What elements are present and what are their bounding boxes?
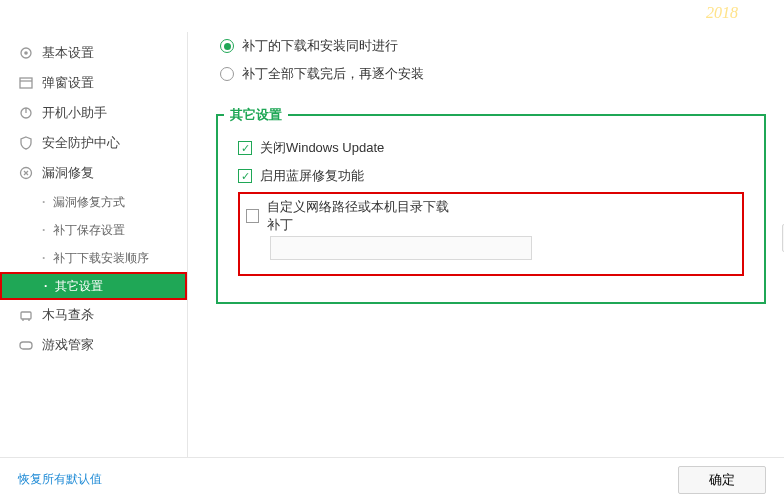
checkbox-label: 关闭Windows Update <box>260 139 384 157</box>
sidebar-item-trojan[interactable]: 木马查杀 <box>0 300 187 330</box>
radio-icon <box>220 39 234 53</box>
checkbox-custom-path[interactable]: ✓ 自定义网络路径或本机目录下载补丁 <box>246 202 462 230</box>
other-settings-fieldset: 其它设置 ✓ 关闭Windows Update ✓ 启用蓝屏修复功能 ✓ 自定义… <box>216 114 766 304</box>
sidebar-sub-repair-mode[interactable]: 漏洞修复方式 <box>0 188 187 216</box>
svg-rect-10 <box>20 342 32 349</box>
custom-path-input[interactable] <box>270 236 532 260</box>
sidebar-label: 基本设置 <box>42 44 94 62</box>
sidebar-label: 木马查杀 <box>42 306 94 324</box>
close-button[interactable] <box>756 6 774 24</box>
radio-label: 补丁的下载和安装同时进行 <box>242 37 398 55</box>
sidebar-item-patch[interactable]: 漏洞修复 <box>0 158 187 188</box>
sidebar-sub-patch-order[interactable]: 补丁下载安装顺序 <box>0 244 187 272</box>
checkbox-icon: ✓ <box>238 169 252 183</box>
sidebar-sub-other[interactable]: 其它设置 <box>0 272 187 300</box>
power-icon <box>18 105 34 121</box>
year-badge: 2018 <box>706 4 738 22</box>
checkbox-icon: ✓ <box>246 209 259 223</box>
svg-rect-7 <box>21 312 31 319</box>
custom-path-highlight: ✓ 自定义网络路径或本机目录下载补丁 <box>238 192 744 276</box>
sidebar-label: 弹窗设置 <box>42 74 94 92</box>
checkbox-disable-windows-update[interactable]: ✓ 关闭Windows Update <box>238 134 744 162</box>
sidebar-item-boot[interactable]: 开机小助手 <box>0 98 187 128</box>
titlebar: 360设置中心 2018 <box>0 0 784 32</box>
sidebar: 基本设置 弹窗设置 开机小助手 安全防护中心 漏洞修复 漏洞修复方式 补丁保存设… <box>0 32 188 457</box>
fieldset-legend: 其它设置 <box>224 106 288 124</box>
custom-path-wrap: ✓ 自定义网络路径或本机目录下载补丁 选择目录 <box>238 192 744 276</box>
sidebar-label: 游戏管家 <box>42 336 94 354</box>
content-panel: 补丁的下载和安装同时进行 补丁全部下载完后，再逐个安装 其它设置 ✓ 关闭Win… <box>188 32 784 457</box>
game-icon <box>18 337 34 353</box>
window-icon <box>18 75 34 91</box>
radio-download-install-parallel[interactable]: 补丁的下载和安装同时进行 <box>220 32 766 60</box>
sidebar-item-game[interactable]: 游戏管家 <box>0 330 187 360</box>
svg-point-1 <box>24 51 28 55</box>
checkbox-label: 启用蓝屏修复功能 <box>260 167 364 185</box>
sidebar-label: 漏洞修复 <box>42 164 94 182</box>
svg-rect-2 <box>20 78 32 88</box>
sidebar-item-security[interactable]: 安全防护中心 <box>0 128 187 158</box>
sidebar-label: 安全防护中心 <box>42 134 120 152</box>
sidebar-item-basic[interactable]: 基本设置 <box>0 38 187 68</box>
horse-icon <box>18 307 34 323</box>
sidebar-label: 开机小助手 <box>42 104 107 122</box>
radio-download-then-install[interactable]: 补丁全部下载完后，再逐个安装 <box>220 60 766 88</box>
radio-label: 补丁全部下载完后，再逐个安装 <box>242 65 424 83</box>
main-body: 基本设置 弹窗设置 开机小助手 安全防护中心 漏洞修复 漏洞修复方式 补丁保存设… <box>0 32 784 457</box>
radio-icon <box>220 67 234 81</box>
checkbox-label: 自定义网络路径或本机目录下载补丁 <box>267 198 462 234</box>
shield-icon <box>18 135 34 151</box>
checkbox-icon: ✓ <box>238 141 252 155</box>
wrench-icon <box>18 165 34 181</box>
restore-defaults-link[interactable]: 恢复所有默认值 <box>18 471 102 488</box>
ok-button[interactable]: 确定 <box>678 466 766 494</box>
checkbox-bsod-repair[interactable]: ✓ 启用蓝屏修复功能 <box>238 162 744 190</box>
gear-icon <box>18 45 34 61</box>
sidebar-item-popup[interactable]: 弹窗设置 <box>0 68 187 98</box>
close-icon <box>756 6 774 24</box>
sidebar-sub-patch-save[interactable]: 补丁保存设置 <box>0 216 187 244</box>
footer-bar: 恢复所有默认值 确定 <box>0 457 784 501</box>
window-title: 360设置中心 <box>12 7 91 25</box>
